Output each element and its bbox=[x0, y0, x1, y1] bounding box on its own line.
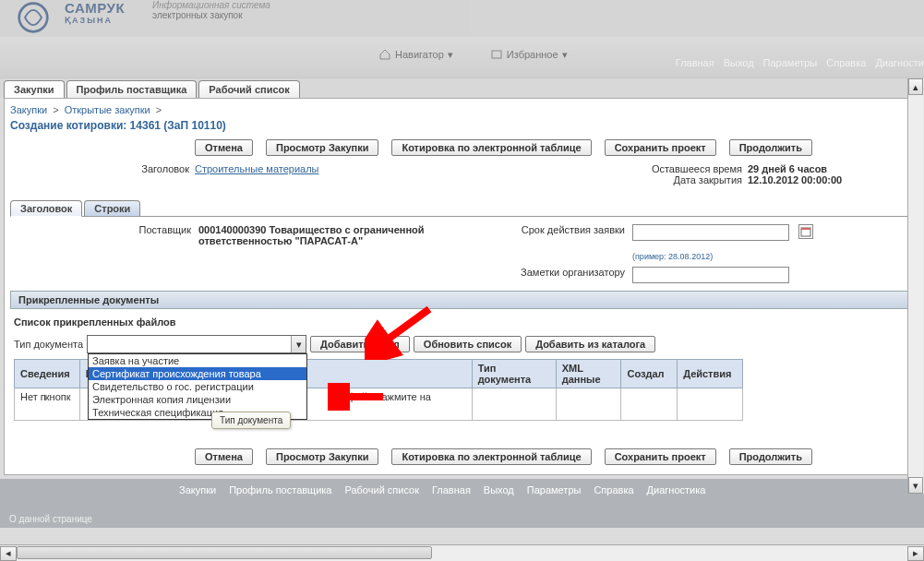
doc-type-option[interactable]: Свидетельство о гос. регистрации bbox=[89, 380, 306, 393]
crumb-sep: > bbox=[156, 104, 162, 115]
view-purchase-button[interactable]: Просмотр Закупки bbox=[266, 139, 378, 156]
scroll-left-icon[interactable]: ◂ bbox=[0, 546, 17, 561]
close-date-value: 12.10.2012 00:00:00 bbox=[748, 174, 914, 185]
footer-links: Закупки Профиль поставщика Рабочий списо… bbox=[0, 479, 924, 501]
content-area: Закупки > Открытые закупки > Создание ко… bbox=[4, 98, 920, 475]
action-bar-top: Отмена Просмотр Закупки Котировка по эле… bbox=[10, 137, 914, 161]
horizontal-scrollbar[interactable]: ◂ ▸ bbox=[0, 544, 924, 561]
breadcrumb: Закупки > Открытые закупки > bbox=[10, 102, 914, 117]
brand-sub: ҚАЗЫНА bbox=[65, 16, 125, 25]
crumb-sep: > bbox=[53, 104, 58, 115]
home-icon bbox=[378, 48, 391, 61]
col-details: Сведения bbox=[15, 360, 80, 388]
favorites-menu[interactable]: Избранное ▾ bbox=[490, 48, 568, 61]
supplier-value: 000140000390 Товарищество с ограниченной… bbox=[198, 224, 475, 246]
doc-type-option[interactable]: Заявка на участие bbox=[89, 354, 306, 367]
page-title: Создание котировки: 14361 (ЗаП 10110) bbox=[10, 117, 914, 137]
calendar-icon[interactable] bbox=[798, 224, 813, 239]
brand-bar: САМРУК ҚАЗЫНА Информационная система эле… bbox=[0, 0, 924, 37]
brand-name: САМРУК bbox=[65, 0, 125, 16]
view-purchase-button[interactable]: Просмотр Закупки bbox=[266, 448, 378, 465]
footer-link[interactable]: Диагностика bbox=[647, 484, 706, 495]
scroll-right-icon[interactable]: ▸ bbox=[907, 546, 924, 561]
navigator-menu[interactable]: Навигатор ▾ bbox=[378, 48, 453, 61]
crumb-open[interactable]: Открытые закупки bbox=[65, 104, 150, 115]
tab-purchases[interactable]: Закупки bbox=[4, 80, 65, 98]
crumb-root[interactable]: Закупки bbox=[10, 104, 47, 115]
save-draft-button[interactable]: Сохранить проект bbox=[605, 448, 716, 465]
remaining-time-label: Оставшееся время bbox=[652, 163, 742, 174]
footer-link[interactable]: Параметры bbox=[527, 484, 582, 495]
scroll-up-icon[interactable]: ▴ bbox=[908, 78, 923, 95]
footer-link[interactable]: Главная bbox=[432, 484, 471, 495]
scroll-thumb[interactable] bbox=[17, 546, 432, 559]
cancel-button[interactable]: Отмена bbox=[195, 448, 253, 465]
scroll-down-icon[interactable]: ▾ bbox=[908, 477, 923, 494]
sys-line1: Информационная система bbox=[152, 0, 270, 10]
close-date-label: Дата закрытия bbox=[652, 174, 742, 185]
footer-link[interactable]: Справка bbox=[594, 484, 633, 495]
subtab-lines[interactable]: Строки bbox=[84, 200, 140, 216]
footer-link[interactable]: Профиль поставщика bbox=[229, 484, 331, 495]
continue-button[interactable]: Продолжить bbox=[729, 448, 812, 465]
sub-tabs: Заголовок Строки bbox=[10, 200, 914, 217]
footer-link[interactable]: Рабочий список bbox=[344, 484, 419, 495]
tab-supplier-profile[interactable]: Профиль поставщика bbox=[66, 80, 198, 98]
top-link-diag[interactable]: Диагности bbox=[875, 57, 924, 68]
chevron-down-icon: ▾ bbox=[291, 336, 306, 352]
svg-rect-1 bbox=[492, 51, 501, 58]
continue-button[interactable]: Продолжить bbox=[729, 139, 812, 156]
attachments-list-title: Список прикрепленных файлов bbox=[10, 309, 914, 333]
vertical-scrollbar[interactable]: ▴ ▾ bbox=[907, 78, 924, 494]
spreadsheet-quote-button[interactable]: Котировка по электронной таблице bbox=[391, 448, 591, 465]
scroll-track[interactable] bbox=[17, 546, 907, 561]
notes-input[interactable] bbox=[632, 267, 789, 283]
doc-type-label: Тип документа bbox=[14, 339, 83, 350]
validity-hint: (пример: 28.08.2012) bbox=[632, 252, 798, 261]
chevron-down-icon: ▾ bbox=[448, 49, 453, 61]
svg-point-0 bbox=[19, 4, 48, 32]
sys-line2: электронных закупок bbox=[152, 10, 270, 20]
supplier-label: Поставщик bbox=[14, 224, 198, 235]
footer-link[interactable]: Закупки bbox=[179, 484, 216, 495]
refresh-list-button[interactable]: Обновить список bbox=[414, 336, 522, 352]
notes-label: Заметки организатору bbox=[494, 267, 632, 278]
validity-label: Срок действия заявки bbox=[494, 224, 632, 235]
spreadsheet-quote-button[interactable]: Котировка по электронной таблице bbox=[391, 139, 591, 156]
col-xml: XML данные bbox=[556, 360, 621, 388]
validity-input[interactable] bbox=[632, 224, 789, 241]
main-tabs: Закупки Профиль поставщика Рабочий списо… bbox=[0, 78, 924, 98]
top-link-params[interactable]: Параметры bbox=[763, 57, 818, 68]
doc-type-option[interactable]: Сертификат происхождения товара bbox=[89, 367, 306, 380]
cancel-button[interactable]: Отмена bbox=[195, 139, 253, 156]
chevron-down-icon: ▾ bbox=[562, 49, 568, 61]
save-draft-button[interactable]: Сохранить проект bbox=[605, 139, 716, 156]
star-icon bbox=[490, 48, 503, 61]
footer-link[interactable]: Выход bbox=[484, 484, 514, 495]
col-created: Создал bbox=[621, 360, 678, 388]
tab-worklist[interactable]: Рабочий список bbox=[198, 80, 299, 98]
footer-about[interactable]: О данной странице bbox=[0, 501, 924, 528]
navigator-label: Навигатор bbox=[395, 49, 444, 60]
top-toolbar: Навигатор ▾ Избранное ▾ Главная Выход Па… bbox=[0, 37, 924, 78]
scroll-track[interactable] bbox=[908, 95, 923, 477]
header-link[interactable]: Строительные материалы bbox=[195, 163, 319, 185]
svg-rect-3 bbox=[801, 228, 810, 230]
top-link-home[interactable]: Главная bbox=[676, 57, 714, 68]
subtab-header[interactable]: Заголовок bbox=[10, 200, 82, 217]
header-label: Заголовок bbox=[10, 163, 195, 185]
add-file-button[interactable]: Добавить файл bbox=[310, 336, 410, 352]
add-from-catalog-button[interactable]: Добавить из каталога bbox=[525, 336, 655, 352]
attachments-section-bar: Прикрепленные документы bbox=[10, 291, 914, 309]
top-link-help[interactable]: Справка bbox=[826, 57, 866, 68]
col-doctype: Тип документа bbox=[472, 360, 556, 388]
brand-logo bbox=[6, 0, 61, 35]
form-grid: Поставщик 000140000390 Товарищество с ог… bbox=[10, 217, 914, 291]
doc-type-dropdown: Заявка на участие Сертификат происхожден… bbox=[88, 353, 307, 420]
doc-type-row: Тип документа ▾ Заявка на участие Сертиф… bbox=[10, 333, 914, 355]
top-link-exit[interactable]: Выход bbox=[724, 57, 754, 68]
remaining-time-value: 29 дней 6 часов bbox=[748, 163, 914, 174]
doc-type-option[interactable]: Электронная копия лицензии bbox=[89, 393, 306, 406]
favorites-label: Избранное bbox=[507, 49, 558, 60]
doc-type-select[interactable]: ▾ Заявка на участие Сертификат происхожд… bbox=[87, 335, 306, 353]
